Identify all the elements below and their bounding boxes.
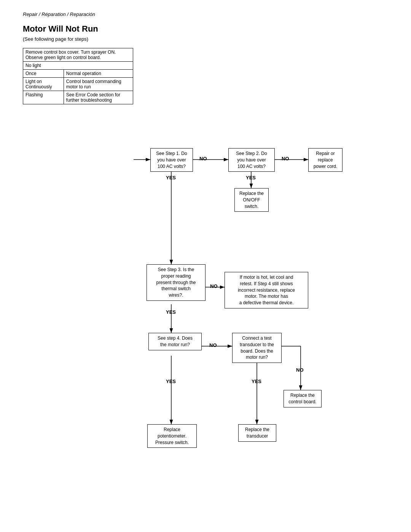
label-no4: NO bbox=[209, 342, 217, 348]
box-b6: If motor is hot, let cool and retest. If… bbox=[225, 272, 308, 308]
box-b8: Connect a test transducer to the board. … bbox=[232, 333, 282, 363]
page-title: Motor Will Not Run bbox=[23, 24, 388, 34]
box-b7: See step 4. Does the motor run? bbox=[148, 333, 202, 350]
label-yes1: YES bbox=[166, 175, 176, 181]
box-b5: See Step 3. Is the proper reading presen… bbox=[147, 264, 206, 301]
label-yes2: YES bbox=[246, 175, 256, 181]
label-no5: NO bbox=[296, 367, 304, 373]
info-table: Remove control box cover. Turn sprayer O… bbox=[23, 48, 133, 104]
label-yes5: YES bbox=[252, 379, 261, 384]
box-b4: Replace the ON/OFF switch. bbox=[234, 188, 269, 212]
label-no3: NO bbox=[210, 283, 218, 289]
box-b11: Replace the transducer bbox=[238, 424, 276, 442]
label-no1: NO bbox=[199, 156, 207, 161]
box-b2: See Step 2. Do you have over 100 AC volt… bbox=[228, 148, 275, 172]
table-row: Once Normal operation bbox=[23, 70, 133, 78]
flowchart: See Step 1. Do you have over 100 AC volt… bbox=[23, 101, 388, 531]
table-row: Remove control box cover. Turn sprayer O… bbox=[23, 48, 133, 62]
label-no2: NO bbox=[282, 156, 289, 161]
header-italic: Repair / Réparation / Reparación bbox=[23, 11, 388, 17]
label-yes4: YES bbox=[166, 379, 176, 384]
box-b1: See Step 1. Do you have over 100 AC volt… bbox=[150, 148, 193, 172]
box-b9: Replace the control board. bbox=[284, 390, 322, 407]
box-b3: Repair or replace power cord. bbox=[308, 148, 342, 172]
label-yes3: YES bbox=[166, 309, 176, 315]
table-row: Light on Continuously Control board comm… bbox=[23, 78, 133, 91]
box-b10: Replace potentiometer. Pressure switch. bbox=[147, 424, 197, 448]
table-row: No light bbox=[23, 62, 133, 70]
subtitle: (See following page for steps) bbox=[23, 36, 388, 42]
